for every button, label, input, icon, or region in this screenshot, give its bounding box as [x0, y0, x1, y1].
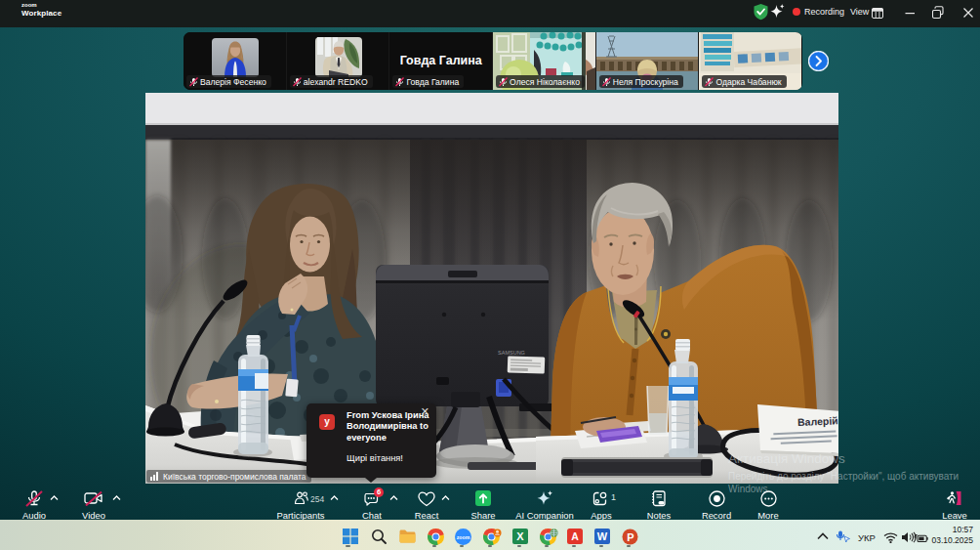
- svg-text:P: P: [627, 531, 633, 543]
- svg-text:W: W: [597, 530, 608, 542]
- svg-text:X: X: [516, 530, 524, 542]
- svg-text:Валерій: Валерій: [797, 414, 838, 428]
- svg-text:zoom: zoom: [457, 534, 470, 540]
- svg-text:SAMSUNG: SAMSUNG: [498, 350, 525, 356]
- svg-text:A: A: [571, 530, 579, 542]
